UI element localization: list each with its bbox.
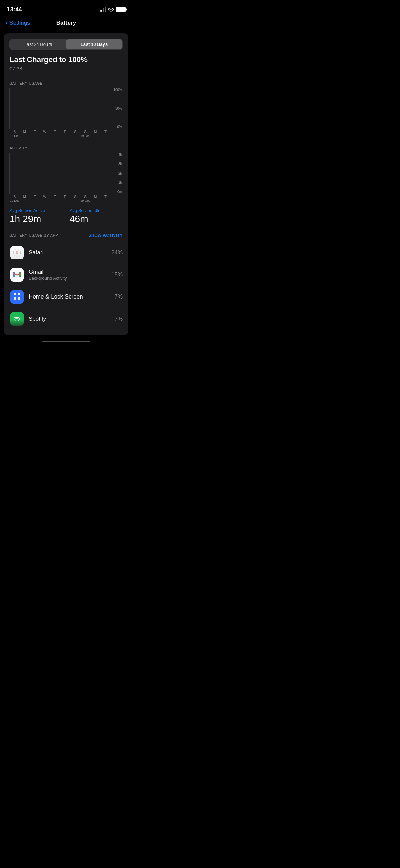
x-label-group: M (20, 130, 30, 138)
x-label-group: T (100, 130, 111, 138)
last-charged-title: Last Charged to 100% (9, 55, 123, 64)
activity-x-label-day: S (80, 195, 91, 199)
gmail-info: Gmail Background Activity (28, 269, 111, 281)
status-bar: 13:44 (0, 0, 132, 17)
x-label-day: W (40, 130, 50, 134)
y-label-0m: 0m (111, 190, 123, 194)
last-charged-time: 07:38 (9, 66, 123, 71)
divider-1 (9, 77, 123, 77)
x-label-date: 12 Dec (9, 134, 20, 138)
y-label-0: 0% (111, 125, 123, 129)
app-row-homescreen[interactable]: Home & Lock Screen 7% (9, 286, 123, 308)
activity-x-label-group: M (20, 195, 30, 202)
x-label-group: T (30, 130, 40, 138)
y-label-4h: 4h (111, 153, 123, 157)
activity-x-label-day: M (20, 195, 30, 199)
y-label-50: 50% (111, 107, 123, 110)
segment-10days[interactable]: Last 10 Days (66, 39, 122, 49)
battery-status-icon (116, 7, 126, 12)
back-button[interactable]: ‹ Settings (5, 20, 30, 26)
activity-x-label-group: S12 Dec (9, 195, 20, 202)
activity-x-label-day: T (30, 195, 40, 199)
status-time: 13:44 (7, 6, 22, 13)
battery-content-card: Last 24 Hours Last 10 Days Last Charged … (4, 33, 128, 335)
activity-chart: 4h 3h 2h 1h 0m S12 DecMTWTFSS19 DecMT (9, 153, 123, 202)
activity-x-axis: S12 DecMTWTFSS19 DecMT (9, 195, 111, 202)
signal-icon (100, 7, 106, 12)
safari-info: Safari (28, 249, 111, 256)
x-label-group: S (70, 130, 80, 138)
gmail-sub: Background Activity (28, 276, 111, 281)
safari-pct: 24% (111, 249, 123, 256)
svg-rect-8 (14, 297, 16, 300)
app-row-gmail[interactable]: Gmail Background Activity 15% (9, 264, 123, 286)
by-app-header: BATTERY USAGE BY APP SHOW ACTIVITY (9, 233, 123, 238)
svg-marker-2 (16, 253, 18, 255)
battery-y-labels: 100% 50% 0% (111, 88, 123, 129)
homescreen-icon (9, 289, 24, 304)
spotify-icon (9, 311, 24, 326)
spotify-name: Spotify (28, 315, 114, 322)
avg-active-label: Avg Screen Active (9, 208, 63, 213)
activity-label: ACTIVITY (9, 146, 123, 150)
app-list: Safari 24% (9, 242, 123, 330)
spotify-info: Spotify (28, 315, 114, 322)
activity-x-label-group: S19 Dec (80, 195, 91, 202)
home-indicator-bar (42, 341, 90, 342)
activity-x-label-group: S (70, 195, 80, 202)
homescreen-pct: 7% (114, 293, 123, 300)
x-label-group: M (90, 130, 100, 138)
x-label-day: T (30, 130, 40, 134)
home-indicator (0, 338, 132, 349)
y-label-2h: 2h (111, 171, 123, 175)
avg-idle-value: 46m (70, 214, 123, 224)
activity-x-label-group: T (30, 195, 40, 202)
gmail-icon (9, 267, 24, 282)
x-label-date: 19 Dec (80, 134, 91, 138)
divider-3 (9, 229, 123, 229)
x-label-group: W (40, 130, 50, 138)
activity-x-label-day: T (50, 195, 60, 199)
app-row-spotify[interactable]: Spotify 7% (9, 308, 123, 330)
svg-rect-9 (18, 297, 20, 300)
x-label-day: S (9, 130, 20, 134)
divider-2 (9, 142, 123, 142)
avg-screen-active: Avg Screen Active 1h 29m (9, 208, 63, 224)
activity-x-label-day: F (60, 195, 70, 199)
svg-rect-6 (14, 293, 16, 295)
activity-x-label-group: T (50, 195, 60, 202)
activity-x-label-group: M (90, 195, 100, 202)
x-label-day: T (50, 130, 60, 134)
show-activity-button[interactable]: SHOW ACTIVITY (89, 233, 123, 238)
activity-x-label-group: T (100, 195, 111, 202)
x-label-day: M (20, 130, 30, 134)
activity-x-label-date: 19 Dec (80, 199, 91, 202)
x-label-group: T (50, 130, 60, 138)
chevron-left-icon: ‹ (5, 19, 8, 26)
x-label-day: S (80, 130, 91, 134)
avg-idle-label: Avg Screen Idle (70, 208, 123, 213)
x-label-day: T (100, 130, 111, 134)
activity-x-label-day: S (9, 195, 20, 199)
spotify-pct: 7% (114, 315, 123, 322)
app-row-safari[interactable]: Safari 24% (9, 242, 123, 264)
avg-stats: Avg Screen Active 1h 29m Avg Screen Idle… (9, 206, 123, 224)
safari-icon (9, 245, 24, 260)
safari-name: Safari (28, 249, 111, 256)
avg-active-value: 1h 29m (9, 214, 63, 224)
activity-x-label-group: W (40, 195, 50, 202)
gmail-pct: 15% (111, 271, 123, 278)
y-label-3h: 3h (111, 162, 123, 166)
nav-bar: ‹ Settings Battery (0, 17, 132, 31)
segment-24hours[interactable]: Last 24 Hours (10, 39, 66, 49)
activity-x-label-day: T (100, 195, 111, 199)
activity-x-label-day: S (70, 195, 80, 199)
activity-chart-area (9, 153, 10, 194)
battery-usage-chart: 100% 50% 0% S12 DecMTWTFSS19 DecMT (9, 88, 123, 138)
x-label-group: F (60, 130, 70, 138)
status-icons (100, 7, 126, 13)
by-app-label: BATTERY USAGE BY APP (9, 233, 58, 237)
wifi-icon (108, 7, 114, 13)
activity-x-label-day: M (90, 195, 100, 199)
segment-control: Last 24 Hours Last 10 Days (9, 39, 123, 50)
